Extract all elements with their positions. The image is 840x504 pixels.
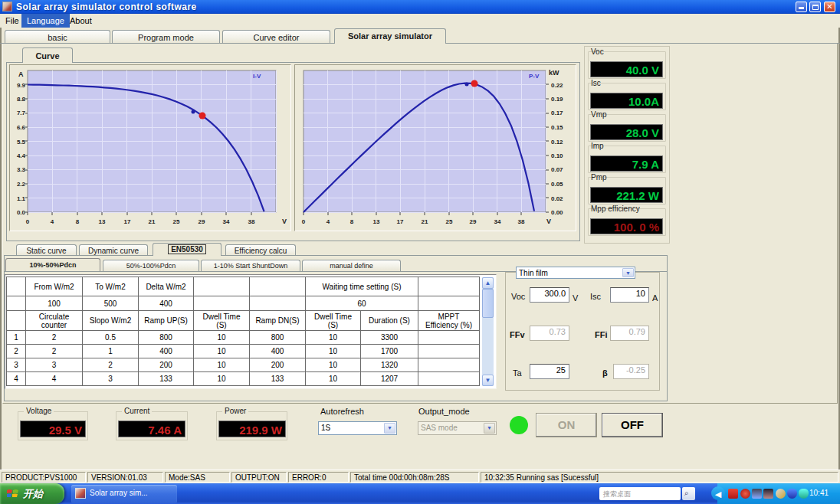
svg-text:0.00: 0.00 [551,209,563,216]
svg-text:8: 8 [76,218,80,225]
svg-text:21: 21 [422,218,428,225]
svg-text:6.6: 6.6 [17,124,26,131]
svg-text:0.12: 0.12 [551,139,563,146]
svg-text:2.2: 2.2 [17,181,26,188]
svg-text:21: 21 [149,218,156,225]
svg-text:17: 17 [124,218,131,225]
svg-text:25: 25 [446,218,453,225]
svg-text:0.19: 0.19 [551,96,563,103]
svg-text:1.1: 1.1 [17,195,26,202]
svg-text:0: 0 [26,218,30,225]
svg-text:13: 13 [373,218,380,225]
svg-text:0.05: 0.05 [551,181,563,188]
svg-text:5.5: 5.5 [17,139,26,146]
svg-text:0.07: 0.07 [551,166,563,173]
svg-text:9.9: 9.9 [17,82,26,89]
svg-text:29: 29 [470,218,477,225]
svg-text:4: 4 [326,218,330,225]
svg-text:38: 38 [518,218,525,225]
svg-text:I-V: I-V [253,73,261,80]
svg-text:4.4: 4.4 [17,152,26,159]
svg-text:0.22: 0.22 [551,82,563,89]
svg-text:A: A [18,70,24,78]
svg-text:8: 8 [350,218,354,225]
svg-text:7.7: 7.7 [17,110,26,116]
svg-text:38: 38 [248,218,255,225]
svg-text:4: 4 [51,218,54,225]
svg-text:17: 17 [397,218,404,225]
svg-text:0.15: 0.15 [551,124,563,131]
svg-text:V: V [546,218,551,225]
svg-text:29: 29 [199,218,205,225]
svg-text:34: 34 [223,218,230,225]
svg-text:0.02: 0.02 [551,195,563,202]
svg-text:8.8: 8.8 [17,96,26,103]
svg-text:V: V [282,218,287,225]
svg-text:0.10: 0.10 [551,152,563,159]
svg-text:kW: kW [549,69,559,77]
svg-text:0.0: 0.0 [17,209,26,216]
svg-text:25: 25 [173,218,180,225]
svg-text:3.3: 3.3 [17,166,26,173]
svg-text:0.17: 0.17 [551,110,563,116]
svg-text:0: 0 [302,218,306,225]
svg-text:34: 34 [494,218,501,225]
svg-text:13: 13 [99,218,106,225]
svg-text:P-V: P-V [529,73,540,80]
